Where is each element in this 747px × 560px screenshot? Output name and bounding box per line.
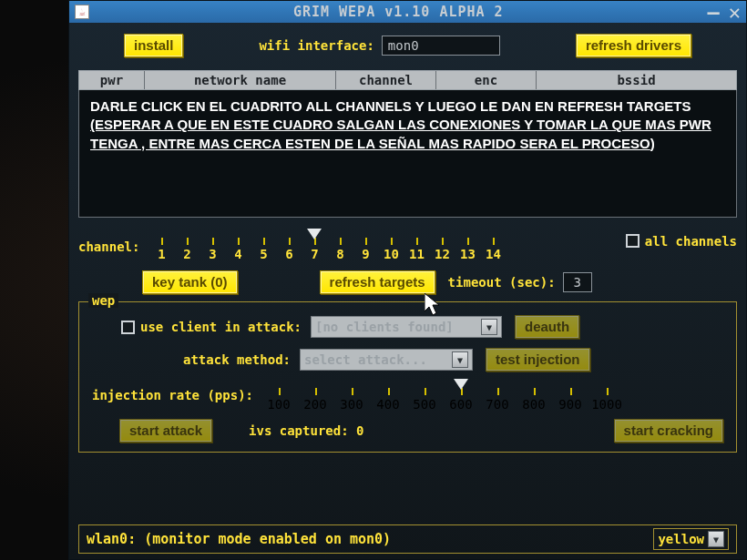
wep-panel: wep use client in attack: [no clients fo… — [78, 301, 737, 453]
install-button[interactable]: install — [124, 34, 183, 57]
refresh-targets-button[interactable]: refresh targets — [320, 270, 435, 294]
clients-select[interactable]: [no clients found] ▼ — [311, 316, 502, 338]
col-network-name[interactable]: network name — [145, 71, 336, 89]
use-client-checkbox[interactable] — [121, 321, 135, 334]
start-cracking-button[interactable]: start cracking — [614, 419, 723, 443]
col-channel[interactable]: channel — [336, 71, 436, 89]
all-channels-label: all channels — [645, 234, 737, 249]
key-tank-button[interactable]: key tank (0) — [142, 270, 238, 294]
use-client-label: use client in attack: — [140, 320, 302, 334]
minimize-button[interactable]: — — [708, 1, 720, 24]
status-bar: wlan0: (monitor mode enabled on mon0) ye… — [78, 524, 737, 554]
ivs-captured-label: ivs captured: 0 — [249, 423, 363, 438]
app-window: ☕ GRIM WEPA v1.10 ALPHA 2 — ✕ install wi… — [68, 0, 747, 560]
refresh-drivers-button[interactable]: refresh drivers — [576, 34, 691, 57]
wep-legend: wep — [88, 293, 118, 308]
channel-slider-thumb[interactable] — [307, 229, 322, 239]
channel-slider[interactable]: 1 2 3 4 5 6 7 8 9 10 11 12 13 14 — [148, 247, 506, 261]
window-title: GRIM WEPA v1.10 ALPHA 2 — [98, 4, 699, 20]
close-button[interactable]: ✕ — [729, 1, 741, 24]
status-text: wlan0: (monitor mode enabled on mon0) — [87, 531, 391, 547]
start-attack-button[interactable]: start attack — [119, 419, 212, 443]
injection-rate-slider[interactable]: 100 200 300 400 500 600 700 800 900 1000 — [261, 397, 625, 412]
java-icon: ☕ — [75, 5, 89, 19]
col-pwr[interactable]: pwr — [79, 71, 145, 89]
test-injection-button[interactable]: test injection — [486, 348, 590, 372]
tutorial-overlay-underline: (ESPERAR A QUE EN ESTE CUADRO SALGAN LAS… — [90, 117, 711, 150]
tutorial-overlay-text: DARLE CLICK EN EL CUADRITO ALL CHANNELS … — [90, 98, 691, 114]
col-bssid[interactable]: bssid — [537, 71, 736, 89]
deauth-button[interactable]: deauth — [515, 315, 579, 339]
target-list-headers: pwr network name channel enc bssid — [78, 70, 737, 90]
col-enc[interactable]: enc — [436, 71, 537, 89]
timeout-input[interactable] — [563, 272, 592, 292]
injection-rate-thumb[interactable] — [454, 379, 468, 390]
channel-label: channel: — [78, 234, 139, 254]
timeout-label: timeout (sec): — [448, 275, 556, 290]
injection-rate-label: injection rate (pps): — [92, 381, 253, 402]
chevron-down-icon: ▼ — [708, 531, 724, 547]
all-channels-checkbox[interactable] — [626, 234, 640, 248]
color-select[interactable]: yellow ▼ — [653, 528, 729, 550]
target-list[interactable]: DARLE CLICK EN EL CUADRITO ALL CHANNELS … — [78, 90, 737, 218]
attack-method-label: attack method: — [183, 352, 291, 367]
wifi-interface-input[interactable] — [382, 36, 500, 56]
chevron-down-icon: ▼ — [481, 319, 497, 335]
titlebar: ☕ GRIM WEPA v1.10 ALPHA 2 — ✕ — [69, 1, 746, 23]
wifi-interface-label: wifi interface: — [259, 38, 374, 53]
chevron-down-icon: ▼ — [452, 351, 468, 368]
attack-method-select[interactable]: select attack... ▼ — [300, 349, 473, 371]
